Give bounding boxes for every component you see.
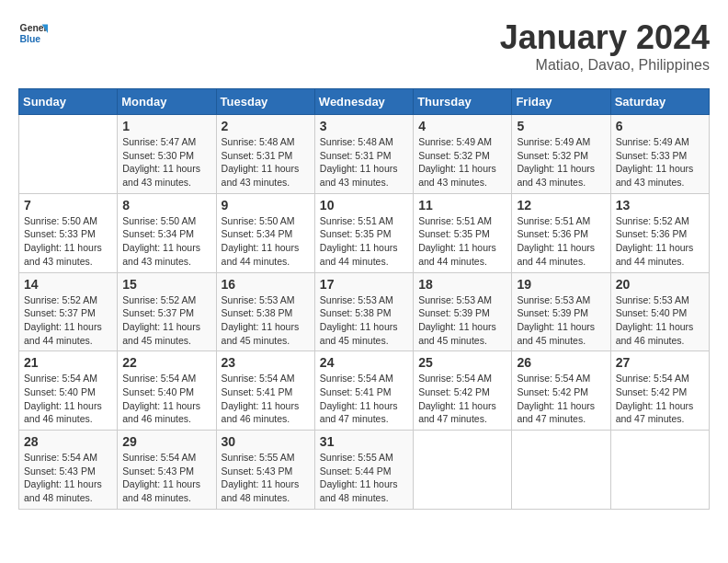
day-number: 4 xyxy=(418,119,506,133)
logo-icon: General Blue xyxy=(18,18,48,48)
day-number: 21 xyxy=(24,355,112,370)
day-number: 9 xyxy=(222,198,310,213)
calendar-cell xyxy=(512,431,610,510)
calendar-cell: 11Sunrise: 5:51 AM Sunset: 5:35 PM Dayli… xyxy=(414,193,512,272)
day-number: 25 xyxy=(418,355,506,370)
day-number: 24 xyxy=(320,355,408,370)
calendar-cell: 10Sunrise: 5:51 AM Sunset: 5:35 PM Dayli… xyxy=(314,193,413,272)
calendar-header-cell: Saturday xyxy=(610,89,709,115)
day-detail: Sunrise: 5:52 AM Sunset: 5:37 PM Dayligh… xyxy=(24,293,112,348)
day-number: 14 xyxy=(24,277,112,292)
day-number: 27 xyxy=(616,355,704,370)
day-detail: Sunrise: 5:48 AM Sunset: 5:31 PM Dayligh… xyxy=(320,135,408,190)
day-detail: Sunrise: 5:54 AM Sunset: 5:43 PM Dayligh… xyxy=(24,451,112,505)
day-number: 28 xyxy=(24,434,112,449)
day-detail: Sunrise: 5:49 AM Sunset: 5:32 PM Dayligh… xyxy=(418,135,506,190)
calendar-cell: 1Sunrise: 5:47 AM Sunset: 5:30 PM Daylig… xyxy=(118,115,216,194)
calendar-week-row: 21Sunrise: 5:54 AM Sunset: 5:40 PM Dayli… xyxy=(19,351,710,431)
day-detail: Sunrise: 5:54 AM Sunset: 5:41 PM Dayligh… xyxy=(320,372,408,426)
day-number: 7 xyxy=(24,198,112,213)
day-detail: Sunrise: 5:50 AM Sunset: 5:34 PM Dayligh… xyxy=(222,214,310,269)
calendar-cell: 6Sunrise: 5:49 AM Sunset: 5:33 PM Daylig… xyxy=(610,115,709,194)
svg-text:Blue: Blue xyxy=(20,34,41,44)
day-detail: Sunrise: 5:49 AM Sunset: 5:32 PM Dayligh… xyxy=(517,135,605,190)
day-detail: Sunrise: 5:52 AM Sunset: 5:37 PM Dayligh… xyxy=(122,293,210,348)
day-detail: Sunrise: 5:53 AM Sunset: 5:38 PM Dayligh… xyxy=(320,293,408,348)
calendar-header-cell: Wednesday xyxy=(314,89,413,115)
day-number: 11 xyxy=(418,198,506,213)
calendar-cell: 7Sunrise: 5:50 AM Sunset: 5:33 PM Daylig… xyxy=(19,193,118,272)
day-number: 17 xyxy=(320,277,408,292)
day-number: 12 xyxy=(517,198,605,213)
day-detail: Sunrise: 5:53 AM Sunset: 5:40 PM Dayligh… xyxy=(616,293,704,348)
day-detail: Sunrise: 5:49 AM Sunset: 5:33 PM Dayligh… xyxy=(616,135,704,190)
calendar-week-row: 14Sunrise: 5:52 AM Sunset: 5:37 PM Dayli… xyxy=(19,272,710,351)
calendar-body: 1Sunrise: 5:47 AM Sunset: 5:30 PM Daylig… xyxy=(19,115,710,510)
calendar-cell: 27Sunrise: 5:54 AM Sunset: 5:42 PM Dayli… xyxy=(610,351,709,431)
day-number: 2 xyxy=(222,119,310,133)
day-number: 8 xyxy=(122,198,210,213)
day-number: 13 xyxy=(616,198,704,213)
day-number: 3 xyxy=(320,119,408,133)
calendar-header-cell: Thursday xyxy=(414,89,512,115)
calendar-cell: 25Sunrise: 5:54 AM Sunset: 5:42 PM Dayli… xyxy=(414,351,512,431)
calendar-header-cell: Friday xyxy=(512,89,610,115)
day-detail: Sunrise: 5:54 AM Sunset: 5:42 PM Dayligh… xyxy=(517,372,605,426)
title-area: January 2024 Matiao, Davao, Philippines xyxy=(500,18,710,74)
day-number: 15 xyxy=(122,277,210,292)
day-number: 30 xyxy=(222,434,310,449)
calendar-cell: 24Sunrise: 5:54 AM Sunset: 5:41 PM Dayli… xyxy=(314,351,413,431)
calendar-cell: 15Sunrise: 5:52 AM Sunset: 5:37 PM Dayli… xyxy=(118,272,216,351)
day-detail: Sunrise: 5:54 AM Sunset: 5:40 PM Dayligh… xyxy=(24,372,112,426)
calendar-cell: 18Sunrise: 5:53 AM Sunset: 5:39 PM Dayli… xyxy=(414,272,512,351)
calendar-week-row: 28Sunrise: 5:54 AM Sunset: 5:43 PM Dayli… xyxy=(19,431,710,510)
calendar-cell: 28Sunrise: 5:54 AM Sunset: 5:43 PM Dayli… xyxy=(19,431,118,510)
day-number: 6 xyxy=(616,119,704,133)
day-number: 22 xyxy=(122,355,210,370)
day-detail: Sunrise: 5:54 AM Sunset: 5:42 PM Dayligh… xyxy=(418,372,506,426)
day-number: 31 xyxy=(320,434,408,449)
day-detail: Sunrise: 5:51 AM Sunset: 5:35 PM Dayligh… xyxy=(320,214,408,269)
day-detail: Sunrise: 5:55 AM Sunset: 5:44 PM Dayligh… xyxy=(320,451,408,505)
day-detail: Sunrise: 5:54 AM Sunset: 5:40 PM Dayligh… xyxy=(122,372,210,426)
calendar-cell: 29Sunrise: 5:54 AM Sunset: 5:43 PM Dayli… xyxy=(118,431,216,510)
calendar-cell: 19Sunrise: 5:53 AM Sunset: 5:39 PM Dayli… xyxy=(512,272,610,351)
calendar-cell: 5Sunrise: 5:49 AM Sunset: 5:32 PM Daylig… xyxy=(512,115,610,194)
calendar-header-cell: Monday xyxy=(118,89,216,115)
day-number: 5 xyxy=(517,119,605,133)
day-number: 26 xyxy=(517,355,605,370)
calendar-week-row: 7Sunrise: 5:50 AM Sunset: 5:33 PM Daylig… xyxy=(19,193,710,272)
day-detail: Sunrise: 5:53 AM Sunset: 5:39 PM Dayligh… xyxy=(418,293,506,348)
calendar-table: SundayMondayTuesdayWednesdayThursdayFrid… xyxy=(18,88,710,510)
day-number: 10 xyxy=(320,198,408,213)
page-header: General Blue January 2024 Matiao, Davao,… xyxy=(18,18,710,74)
calendar-header-row: SundayMondayTuesdayWednesdayThursdayFrid… xyxy=(19,89,710,115)
day-number: 16 xyxy=(222,277,310,292)
day-detail: Sunrise: 5:53 AM Sunset: 5:39 PM Dayligh… xyxy=(517,293,605,348)
day-detail: Sunrise: 5:47 AM Sunset: 5:30 PM Dayligh… xyxy=(122,135,210,190)
calendar-cell: 16Sunrise: 5:53 AM Sunset: 5:38 PM Dayli… xyxy=(216,272,314,351)
calendar-cell: 3Sunrise: 5:48 AM Sunset: 5:31 PM Daylig… xyxy=(314,115,413,194)
month-title: January 2024 xyxy=(500,18,710,57)
day-number: 1 xyxy=(122,119,210,133)
calendar-cell: 2Sunrise: 5:48 AM Sunset: 5:31 PM Daylig… xyxy=(216,115,314,194)
day-number: 29 xyxy=(122,434,210,449)
day-detail: Sunrise: 5:50 AM Sunset: 5:33 PM Dayligh… xyxy=(24,214,112,269)
calendar-cell: 30Sunrise: 5:55 AM Sunset: 5:43 PM Dayli… xyxy=(216,431,314,510)
calendar-cell: 12Sunrise: 5:51 AM Sunset: 5:36 PM Dayli… xyxy=(512,193,610,272)
calendar-cell: 26Sunrise: 5:54 AM Sunset: 5:42 PM Dayli… xyxy=(512,351,610,431)
calendar-cell: 22Sunrise: 5:54 AM Sunset: 5:40 PM Dayli… xyxy=(118,351,216,431)
day-detail: Sunrise: 5:51 AM Sunset: 5:36 PM Dayligh… xyxy=(517,214,605,269)
calendar-cell: 9Sunrise: 5:50 AM Sunset: 5:34 PM Daylig… xyxy=(216,193,314,272)
day-detail: Sunrise: 5:51 AM Sunset: 5:35 PM Dayligh… xyxy=(418,214,506,269)
calendar-header-cell: Sunday xyxy=(19,89,118,115)
calendar-cell: 17Sunrise: 5:53 AM Sunset: 5:38 PM Dayli… xyxy=(314,272,413,351)
calendar-cell: 14Sunrise: 5:52 AM Sunset: 5:37 PM Dayli… xyxy=(19,272,118,351)
day-number: 23 xyxy=(222,355,310,370)
day-detail: Sunrise: 5:50 AM Sunset: 5:34 PM Dayligh… xyxy=(122,214,210,269)
day-detail: Sunrise: 5:54 AM Sunset: 5:43 PM Dayligh… xyxy=(122,451,210,505)
logo: General Blue xyxy=(18,18,48,48)
calendar-cell xyxy=(610,431,709,510)
calendar-cell: 31Sunrise: 5:55 AM Sunset: 5:44 PM Dayli… xyxy=(314,431,413,510)
day-number: 19 xyxy=(517,277,605,292)
